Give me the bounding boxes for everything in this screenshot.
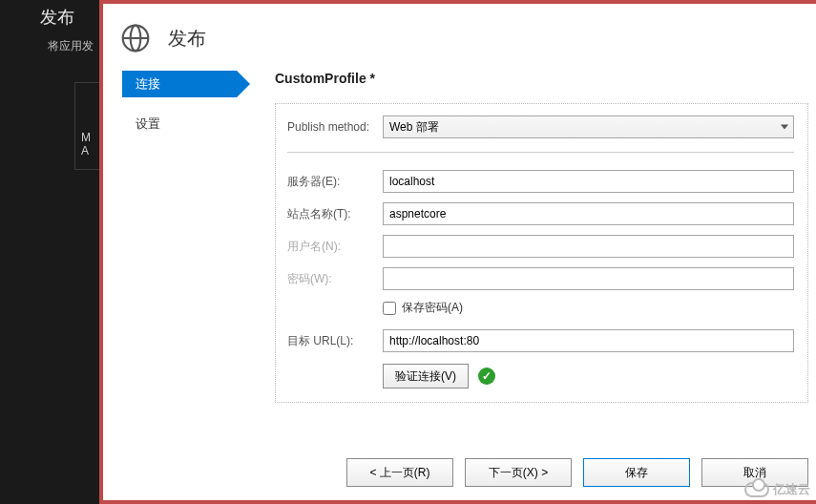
row-save-password: 保存密码(A)	[383, 300, 794, 316]
site-name-input[interactable]	[383, 202, 794, 225]
label-save-password: 保存密码(A)	[402, 300, 463, 316]
label-dest-url: 目标 URL(L):	[287, 333, 383, 349]
dialog-footer: < 上一页(R) 下一页(X) > 保存 取消	[103, 458, 816, 487]
bg-page-subtitle: 将应用发	[48, 38, 94, 54]
globe-icon	[120, 23, 151, 53]
publish-method-select[interactable]: Web 部署	[383, 116, 794, 138]
dialog-title: 发布	[168, 26, 206, 52]
username-input[interactable]	[383, 235, 794, 258]
nav-item-settings[interactable]: 设置	[122, 111, 256, 137]
bg-box-text1: M	[81, 131, 96, 144]
row-username: 用户名(N):	[287, 235, 794, 258]
label-publish-method: Publish method:	[287, 120, 383, 134]
row-dest-url: 目标 URL(L):	[287, 329, 794, 352]
next-button[interactable]: 下一页(X) >	[465, 458, 572, 487]
bg-page-title: 发布	[40, 6, 74, 29]
prev-button[interactable]: < 上一页(R)	[346, 458, 453, 487]
validate-connection-button[interactable]: 验证连接(V)	[383, 364, 469, 388]
label-server: 服务器(E):	[287, 174, 383, 190]
cancel-button[interactable]: 取消	[701, 458, 808, 487]
validate-success-icon: ✓	[478, 368, 495, 385]
profile-title: CustomProfile *	[275, 71, 808, 86]
row-publish-method: Publish method: Web 部署	[287, 116, 794, 138]
server-input[interactable]	[383, 170, 794, 193]
dialog-header: 发布	[103, 4, 816, 71]
label-password: 密码(W):	[287, 271, 383, 287]
nav-item-connection[interactable]: 连接	[122, 71, 237, 97]
label-site-name: 站点名称(T):	[287, 206, 383, 222]
publish-dialog: 发布 连接 设置 CustomProfile * Publish method:…	[99, 0, 816, 504]
row-validate: 验证连接(V) ✓	[383, 364, 794, 388]
form-section: Publish method: Web 部署 服务器(E): 站点名称	[275, 103, 808, 403]
form-area: CustomProfile * Publish method: Web 部署 服…	[256, 71, 816, 403]
dialog-body: 连接 设置 CustomProfile * Publish method: We…	[103, 71, 816, 403]
label-username: 用户名(N):	[287, 239, 383, 255]
password-input[interactable]	[383, 267, 794, 290]
wizard-nav: 连接 设置	[122, 71, 256, 403]
dest-url-input[interactable]	[383, 329, 794, 352]
bg-box-text2: A	[81, 144, 96, 158]
row-site-name: 站点名称(T):	[287, 202, 794, 225]
row-server: 服务器(E):	[287, 170, 794, 193]
save-password-checkbox[interactable]	[383, 302, 396, 315]
save-button[interactable]: 保存	[583, 458, 690, 487]
divider	[287, 152, 794, 153]
row-password: 密码(W):	[287, 267, 794, 290]
